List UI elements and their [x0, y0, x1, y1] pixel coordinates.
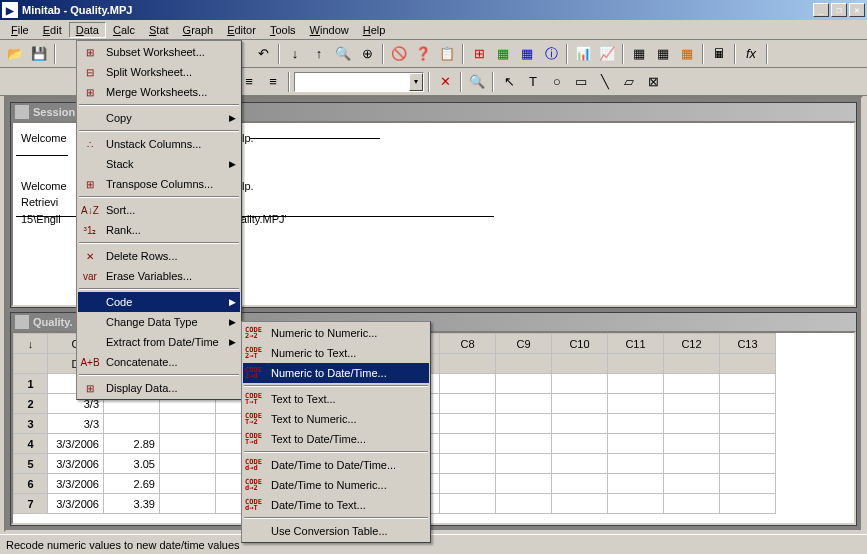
- menu-item[interactable]: A↓ZSort...: [78, 200, 240, 220]
- status-text: Recode numeric values to new date/time v…: [6, 539, 240, 551]
- menu-item[interactable]: ⊟Split Worksheet...: [78, 62, 240, 82]
- no-icon[interactable]: 🚫: [388, 43, 410, 65]
- layer1-icon[interactable]: ▦: [628, 43, 650, 65]
- menu-item[interactable]: CODE 2→dNumeric to Date/Time...: [243, 363, 429, 383]
- menu-item[interactable]: ✕Delete Rows...: [78, 246, 240, 266]
- tool2-icon[interactable]: ▦: [492, 43, 514, 65]
- text-tool-icon[interactable]: T: [522, 71, 544, 93]
- menu-file[interactable]: File: [4, 22, 36, 38]
- font-combo[interactable]: ▾: [294, 72, 424, 92]
- zoom-icon[interactable]: 🔍: [466, 71, 488, 93]
- binoculars-icon[interactable]: 🔍: [332, 43, 354, 65]
- menu-item[interactable]: ⊞Merge Worksheets...: [78, 82, 240, 102]
- menu-item[interactable]: ⊞Display Data...: [78, 378, 240, 398]
- session-title-text: Session: [33, 106, 75, 118]
- rect-tool-icon[interactable]: ▭: [570, 71, 592, 93]
- open-icon[interactable]: 📂: [4, 43, 26, 65]
- circle-tool-icon[interactable]: ○: [546, 71, 568, 93]
- arrow-down-icon[interactable]: ↓: [284, 43, 306, 65]
- marker-icon[interactable]: ⊠: [642, 71, 664, 93]
- worksheet-title-text: Quality.: [33, 316, 73, 328]
- menu-item[interactable]: Stack▶: [78, 154, 240, 174]
- menu-item[interactable]: Use Conversion Table...: [243, 521, 429, 541]
- menu-help[interactable]: Help: [356, 22, 393, 38]
- menu-item[interactable]: A+BConcatenate...: [78, 352, 240, 372]
- maximize-button[interactable]: ❐: [831, 3, 847, 17]
- window-title: Minitab - Quality.MPJ: [22, 4, 813, 16]
- menu-graph[interactable]: Graph: [176, 22, 221, 38]
- menu-item[interactable]: CODE T→2Text to Numeric...: [243, 409, 429, 429]
- code-submenu: CODE 2→2Numeric to Numeric...CODE 2→TNum…: [241, 321, 431, 543]
- minimize-button[interactable]: _: [813, 3, 829, 17]
- arrow-up-icon[interactable]: ↑: [308, 43, 330, 65]
- chart1-icon[interactable]: 📊: [572, 43, 594, 65]
- menu-bar: FileEditDataCalcStatGraphEditorToolsWind…: [0, 20, 867, 40]
- tool3-icon[interactable]: ▦: [516, 43, 538, 65]
- layer2-icon[interactable]: ▦: [652, 43, 674, 65]
- align-right-icon[interactable]: ≡: [262, 71, 284, 93]
- menu-item[interactable]: CODE 2→TNumeric to Text...: [243, 343, 429, 363]
- polyline-icon[interactable]: ▱: [618, 71, 640, 93]
- tool1-icon[interactable]: ⊞: [468, 43, 490, 65]
- menu-editor[interactable]: Editor: [220, 22, 263, 38]
- menu-item[interactable]: varErase Variables...: [78, 266, 240, 286]
- end-icon[interactable]: [772, 43, 794, 65]
- menu-window[interactable]: Window: [303, 22, 356, 38]
- save-icon[interactable]: 💾: [28, 43, 50, 65]
- grid-icon[interactable]: ▦: [676, 43, 698, 65]
- menu-data[interactable]: Data: [69, 22, 106, 38]
- menu-stat[interactable]: Stat: [142, 22, 176, 38]
- menu-item[interactable]: Extract from Date/Time▶: [78, 332, 240, 352]
- chart2-icon[interactable]: 📈: [596, 43, 618, 65]
- menu-item[interactable]: ∴Unstack Columns...: [78, 134, 240, 154]
- menu-item[interactable]: Change Data Type▶: [78, 312, 240, 332]
- close-button[interactable]: ✕: [849, 3, 865, 17]
- menu-calc[interactable]: Calc: [106, 22, 142, 38]
- menu-item[interactable]: Copy▶: [78, 108, 240, 128]
- status-bar: Recode numeric values to new date/time v…: [0, 534, 867, 554]
- menu-item[interactable]: ³1₂Rank...: [78, 220, 240, 240]
- help-icon[interactable]: ❓: [412, 43, 434, 65]
- menu-item[interactable]: CODE T→dText to Date/Time...: [243, 429, 429, 449]
- menu-item[interactable]: CODE T→TText to Text...: [243, 389, 429, 409]
- clear-icon[interactable]: ✕: [434, 71, 456, 93]
- doc-icon[interactable]: 📋: [436, 43, 458, 65]
- menu-item[interactable]: CODE d→2Date/Time to Numeric...: [243, 475, 429, 495]
- menu-item[interactable]: ⊞Transpose Columns...: [78, 174, 240, 194]
- fx-icon[interactable]: fx: [740, 43, 762, 65]
- info-icon[interactable]: ⓘ: [540, 43, 562, 65]
- target-icon[interactable]: ⊕: [356, 43, 378, 65]
- title-bar: ▶ Minitab - Quality.MPJ _ ❐ ✕: [0, 0, 867, 20]
- pointer-icon[interactable]: ↖: [498, 71, 520, 93]
- menu-edit[interactable]: Edit: [36, 22, 69, 38]
- menu-item[interactable]: Code▶: [78, 292, 240, 312]
- undo-icon[interactable]: ↶: [252, 43, 274, 65]
- data-menu: ⊞Subset Worksheet...⊟Split Worksheet...⊞…: [76, 40, 242, 400]
- menu-tools[interactable]: Tools: [263, 22, 303, 38]
- menu-item[interactable]: CODE d→TDate/Time to Text...: [243, 495, 429, 515]
- line-tool-icon[interactable]: ╲: [594, 71, 616, 93]
- menu-item[interactable]: CODE d→dDate/Time to Date/Time...: [243, 455, 429, 475]
- menu-item[interactable]: CODE 2→2Numeric to Numeric...: [243, 323, 429, 343]
- app-icon: ▶: [2, 2, 18, 18]
- menu-item[interactable]: ⊞Subset Worksheet...: [78, 42, 240, 62]
- calc-icon[interactable]: 🖩: [708, 43, 730, 65]
